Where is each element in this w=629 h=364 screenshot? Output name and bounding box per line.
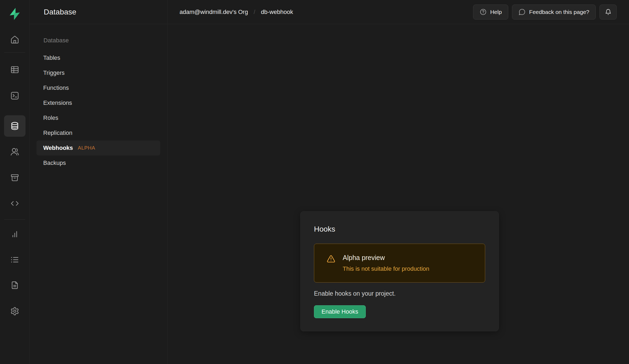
help-button[interactable]: Help bbox=[473, 5, 508, 20]
help-circle-icon bbox=[480, 8, 487, 16]
rail-divider bbox=[4, 52, 25, 53]
header-actions: Help Feedback on this page? bbox=[473, 5, 617, 20]
rail-api-docs-button[interactable] bbox=[4, 274, 25, 296]
sidebar-item-replication[interactable]: Replication bbox=[36, 125, 160, 140]
lightning-bolt-icon bbox=[8, 7, 21, 21]
icon-rail bbox=[0, 0, 30, 364]
bell-icon bbox=[605, 8, 612, 16]
sidebar-item-backups[interactable]: Backups bbox=[36, 155, 160, 170]
api-docs-icon bbox=[10, 281, 19, 290]
supabase-logo[interactable] bbox=[8, 7, 21, 21]
hooks-card: Hooks Alpha preview This is not suitable… bbox=[300, 211, 499, 331]
rail-reports-button[interactable] bbox=[4, 224, 25, 245]
sidebar-item-functions[interactable]: Functions bbox=[36, 80, 160, 95]
database-sidebar: Database Database Tables Triggers Functi… bbox=[30, 0, 167, 364]
breadcrumb-project[interactable]: db-webhook bbox=[261, 9, 293, 16]
breadcrumb: adam@windmill.dev's Org / db-webhook bbox=[180, 9, 293, 16]
rail-auth-button[interactable] bbox=[4, 141, 25, 162]
auth-users-icon bbox=[10, 147, 19, 156]
settings-gear-icon bbox=[10, 307, 19, 316]
menu-section-title: Database bbox=[36, 37, 160, 44]
logs-icon bbox=[10, 255, 19, 264]
edge-functions-icon bbox=[10, 199, 19, 208]
warning-triangle-icon bbox=[327, 254, 335, 263]
rail-table-editor-button[interactable] bbox=[4, 59, 25, 80]
reports-icon bbox=[10, 230, 19, 239]
enable-hooks-button[interactable]: Enable Hooks bbox=[314, 305, 366, 318]
sidebar-item-extensions[interactable]: Extensions bbox=[36, 95, 160, 110]
feedback-button[interactable]: Feedback on this page? bbox=[512, 5, 596, 20]
rail-sql-editor-button[interactable] bbox=[4, 85, 25, 106]
alert-title: Alpha preview bbox=[343, 254, 429, 262]
sidebar-item-triggers[interactable]: Triggers bbox=[36, 65, 160, 80]
home-icon bbox=[10, 35, 19, 44]
main-area: adam@windmill.dev's Org / db-webhook Hel… bbox=[168, 0, 629, 364]
hooks-card-body: Enable hooks on your project. bbox=[314, 290, 485, 297]
sql-editor-icon bbox=[10, 91, 19, 100]
sidebar-item-webhooks[interactable]: Webhooks ALPHA bbox=[36, 140, 160, 155]
rail-database-button[interactable] bbox=[4, 115, 25, 137]
rail-storage-button[interactable] bbox=[4, 167, 25, 188]
storage-icon bbox=[10, 173, 19, 182]
breadcrumb-separator: / bbox=[254, 9, 255, 16]
alpha-preview-alert: Alpha preview This is not suitable for p… bbox=[314, 244, 485, 283]
sidebar-item-roles[interactable]: Roles bbox=[36, 110, 160, 125]
rail-edge-functions-button[interactable] bbox=[4, 193, 25, 214]
breadcrumb-org[interactable]: adam@windmill.dev's Org bbox=[180, 9, 248, 16]
rail-divider bbox=[4, 219, 25, 220]
alert-description: This is not suitable for production bbox=[343, 265, 429, 272]
alpha-badge: ALPHA bbox=[78, 145, 95, 151]
rail-logs-button[interactable] bbox=[4, 249, 25, 270]
rail-settings-button[interactable] bbox=[4, 300, 25, 322]
hooks-card-title: Hooks bbox=[314, 225, 485, 233]
sidebar-item-tables[interactable]: Tables bbox=[36, 50, 160, 65]
top-header: adam@windmill.dev's Org / db-webhook Hel… bbox=[168, 0, 629, 24]
speech-bubble-icon bbox=[518, 8, 526, 16]
alert-text-block: Alpha preview This is not suitable for p… bbox=[343, 254, 429, 272]
sidebar-header: Database bbox=[30, 0, 167, 24]
rail-home-button[interactable] bbox=[4, 29, 25, 50]
sidebar-menu: Database Tables Triggers Functions Exten… bbox=[30, 37, 167, 170]
notifications-button[interactable] bbox=[599, 5, 617, 20]
content-canvas: Hooks Alpha preview This is not suitable… bbox=[168, 24, 629, 364]
table-editor-icon bbox=[10, 65, 19, 74]
database-icon bbox=[10, 121, 19, 131]
page-title: Database bbox=[44, 8, 76, 16]
